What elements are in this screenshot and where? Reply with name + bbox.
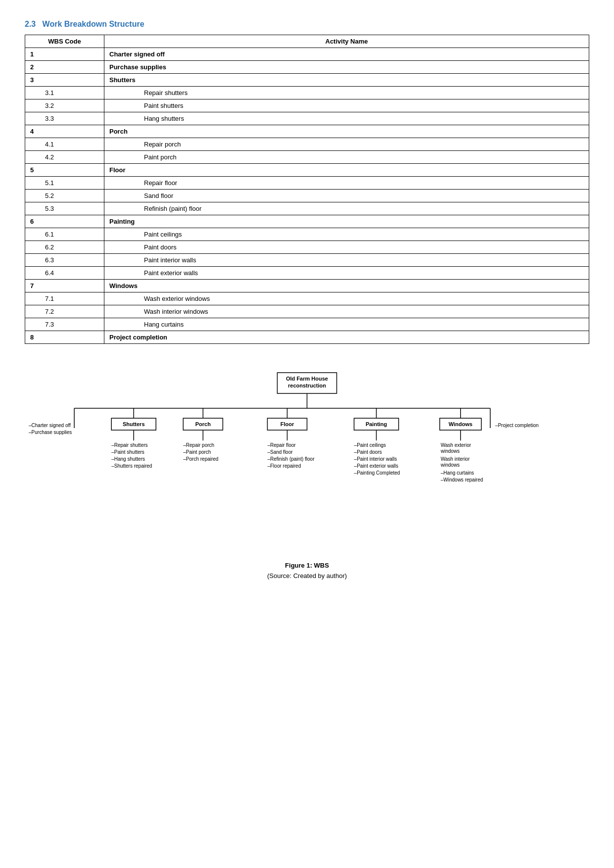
col-header-activity: Activity Name — [104, 35, 589, 48]
table-row: 3.1 Repair shutters — [25, 87, 589, 99]
table-row: 6.4 Paint exterior walls — [25, 267, 589, 280]
activity-cell: Project completion — [104, 331, 589, 344]
wbs-code-cell: 4.1 — [25, 138, 104, 151]
activity-cell: Repair porch — [104, 138, 589, 151]
porch-node-text: Porch — [195, 421, 211, 427]
wbs-code-cell: 6.4 — [25, 267, 104, 280]
windows-child-1: Wash exterior — [441, 442, 472, 448]
table-row: 3.2 Paint shutters — [25, 99, 589, 112]
wbs-code-cell: 5.2 — [25, 190, 104, 202]
table-row: 6.3 Paint interior walls — [25, 254, 589, 267]
windows-child-2b: windows — [440, 462, 460, 468]
activity-cell: Porch — [104, 125, 589, 138]
left-item-1: –Charter signed off — [29, 423, 71, 428]
table-row: 2 Purchase supplies — [25, 61, 589, 74]
wbs-code-cell: 5.1 — [25, 177, 104, 190]
wbs-code-cell: 3.2 — [25, 99, 104, 112]
shutters-child-3: –Hang shutters — [111, 456, 145, 462]
wbs-code-cell: 4.2 — [25, 151, 104, 164]
figure-caption: Figure 1: WBS — [25, 562, 589, 569]
activity-cell: Paint exterior walls — [104, 267, 589, 280]
wbs-code-cell: 7.2 — [25, 305, 104, 318]
floor-node-text: Floor — [281, 421, 294, 427]
floor-child-2: –Sand floor — [267, 449, 293, 455]
wbs-code-cell: 6.2 — [25, 241, 104, 254]
section-title: Work Breakdown Structure — [43, 20, 144, 28]
painting-child-1: –Paint ceilings — [354, 442, 386, 448]
shutters-child-1: –Repair shutters — [111, 442, 147, 448]
activity-cell: Hang shutters — [104, 112, 589, 125]
shutters-child-2: –Paint shutters — [111, 449, 144, 455]
wbs-code-cell: 3 — [25, 74, 104, 87]
table-row: 5.2 Sand floor — [25, 190, 589, 202]
activity-cell: Sand floor — [104, 190, 589, 202]
windows-child-1b: windows — [440, 448, 460, 454]
table-row: 5.1 Repair floor — [25, 177, 589, 190]
wbs-code-cell: 7 — [25, 280, 104, 292]
activity-cell: Purchase supplies — [104, 61, 589, 74]
table-row: 7.3 Hang curtains — [25, 318, 589, 331]
wbs-code-cell: 4 — [25, 125, 104, 138]
activity-cell: Paint interior walls — [104, 254, 589, 267]
activity-cell: Painting — [104, 215, 589, 228]
wbs-code-cell: 6.1 — [25, 228, 104, 241]
windows-node-text: Windows — [449, 421, 472, 427]
wbs-code-cell: 2 — [25, 61, 104, 74]
root-node-text-line1: Old Farm House — [286, 376, 328, 382]
table-row: 4.2 Paint porch — [25, 151, 589, 164]
wbs-code-cell: 3.3 — [25, 112, 104, 125]
figure-source: (Source: Created by author) — [25, 572, 589, 579]
table-row: 4.1 Repair porch — [25, 138, 589, 151]
table-row: 6 Painting — [25, 215, 589, 228]
wbs-code-cell: 8 — [25, 331, 104, 344]
right-item-1: –Project completion — [495, 423, 539, 428]
table-row: 7.2 Wash interior windows — [25, 305, 589, 318]
porch-child-3: –Porch repaired — [183, 456, 218, 462]
windows-child-4: –Windows repaired — [441, 477, 483, 482]
table-row: 1 Charter signed off — [25, 48, 589, 61]
activity-cell: Repair floor — [104, 177, 589, 190]
activity-cell: Paint porch — [104, 151, 589, 164]
table-row: 3 Shutters — [25, 74, 589, 87]
wbs-code-cell: 3.1 — [25, 87, 104, 99]
wbs-code-cell: 1 — [25, 48, 104, 61]
activity-cell: Repair shutters — [104, 87, 589, 99]
floor-child-1: –Repair floor — [267, 442, 296, 448]
table-row: 3.3 Hang shutters — [25, 112, 589, 125]
table-row: 6.1 Paint ceilings — [25, 228, 589, 241]
painting-child-5: –Painting Completed — [354, 470, 400, 476]
activity-cell: Refinish (paint) floor — [104, 202, 589, 215]
table-row: 4 Porch — [25, 125, 589, 138]
painting-child-3: –Paint interior walls — [354, 456, 397, 462]
wbs-code-cell: 5 — [25, 164, 104, 177]
wbs-code-cell: 7.1 — [25, 292, 104, 305]
wbs-code-cell: 6 — [25, 215, 104, 228]
windows-child-3: –Hang curtains — [441, 470, 474, 476]
table-row: 7.1 Wash exterior windows — [25, 292, 589, 305]
wbs-diagram: Old Farm House reconstruction –Charter s… — [25, 364, 589, 552]
left-item-2: –Purchase supplies — [29, 430, 72, 435]
painting-node-text: Painting — [366, 421, 387, 427]
activity-cell: Charter signed off — [104, 48, 589, 61]
activity-cell: Paint doors — [104, 241, 589, 254]
wbs-code-cell: 7.3 — [25, 318, 104, 331]
floor-child-4: –Floor repaired — [267, 463, 301, 469]
table-row: 8 Project completion — [25, 331, 589, 344]
shutters-child-4: –Shutters repaired — [111, 463, 152, 469]
wbs-svg: Old Farm House reconstruction –Charter s… — [25, 364, 589, 552]
porch-child-1: –Repair porch — [183, 442, 214, 448]
activity-cell: Floor — [104, 164, 589, 177]
table-row: 5.3 Refinish (paint) floor — [25, 202, 589, 215]
painting-child-4: –Paint exterior walls — [354, 463, 398, 469]
table-row: 6.2 Paint doors — [25, 241, 589, 254]
activity-cell: Hang curtains — [104, 318, 589, 331]
activity-cell: Wash interior windows — [104, 305, 589, 318]
col-header-wbs: WBS Code — [25, 35, 104, 48]
windows-child-2: Wash interior — [441, 456, 470, 462]
activity-cell: Windows — [104, 280, 589, 292]
section-number: 2.3 — [25, 20, 36, 28]
wbs-code-cell: 5.3 — [25, 202, 104, 215]
activity-cell: Paint ceilings — [104, 228, 589, 241]
floor-child-3: –Refinish (paint) floor — [267, 456, 315, 462]
activity-cell: Paint shutters — [104, 99, 589, 112]
